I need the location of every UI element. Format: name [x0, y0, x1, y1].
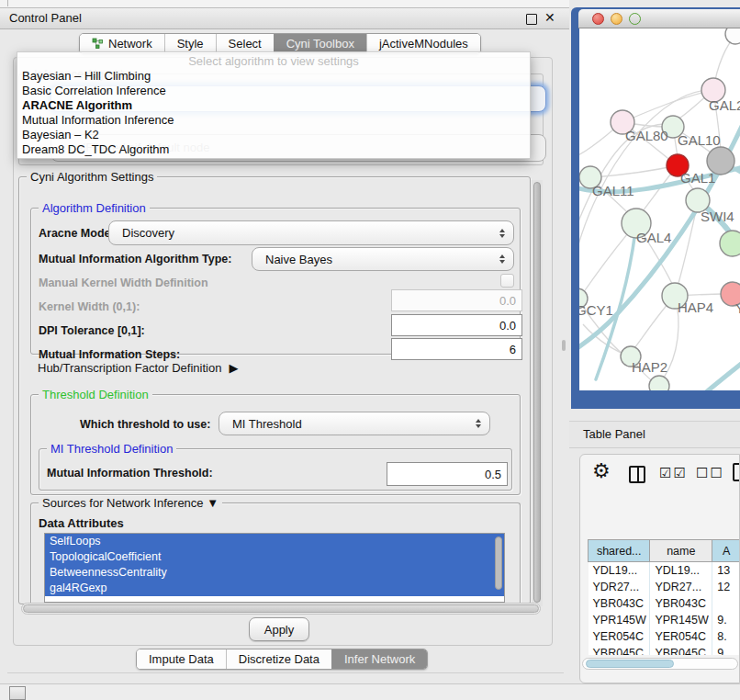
which-threshold-label: Which threshold to use: [80, 418, 210, 431]
cell[interactable]: YDL19... [589, 562, 650, 580]
sources-group: Sources for Network Inference ▼ Data Att… [30, 502, 521, 604]
cell[interactable]: YER054C [650, 628, 712, 645]
algorithm-placeholder: Select algorithm to view settings [17, 54, 530, 69]
column-layout-icon[interactable] [629, 466, 645, 483]
apply-button-label: Apply [264, 623, 295, 637]
cell[interactable]: 12 [712, 579, 740, 595]
cell[interactable]: YPR145W [589, 612, 650, 628]
algorithm-option[interactable]: Dream8 DC_TDC Algorithm [17, 142, 530, 157]
tab-jactivemnodules[interactable]: jActiveMNodules [366, 34, 480, 53]
cell[interactable]: 13 [712, 562, 740, 580]
tab-cyni-toolbox[interactable]: Cyni Toolbox [274, 34, 366, 53]
node-unlabeled[interactable] [725, 28, 740, 44]
mi-algorithm-type-combo[interactable]: Naive Bayes [252, 247, 514, 271]
attribute-item[interactable]: TopologicalCoefficient [45, 549, 504, 565]
node-label: GAL11 [592, 183, 634, 198]
deselect-all-checkboxes-icon[interactable]: ☐☐ [696, 465, 724, 481]
select-all-checkboxes-icon[interactable]: ☑☑ [659, 465, 688, 481]
node-unlabeled[interactable] [720, 231, 740, 256]
table-row: YDR27...YDR27...12 [589, 579, 740, 595]
apply-button[interactable]: Apply [249, 617, 309, 641]
kernel-width-input[interactable] [391, 289, 522, 311]
tab-discretize-data-label: Discretize Data [239, 652, 320, 666]
zoom-traffic-light[interactable] [629, 13, 641, 25]
node-unlabeled[interactable] [649, 376, 669, 390]
table-row: YBR045CYBR045C9. [589, 645, 740, 655]
column-header[interactable]: shared... [589, 540, 650, 562]
table-row: YPR145WYPR145W9. [589, 612, 740, 628]
threshold-definition-title: Threshold Definition [39, 388, 152, 401]
manual-kernel-width-checkbox[interactable] [500, 274, 514, 288]
minimize-traffic-light[interactable] [611, 13, 622, 25]
which-threshold-value: MI Threshold [232, 417, 302, 431]
table-scroll-area[interactable]: shared... name A YDL19...YDL19...13 YDR2… [584, 497, 740, 655]
float-window-icon[interactable] [526, 14, 537, 25]
algorithm-option[interactable]: Bayesian – K2 [17, 128, 530, 142]
network-window-titlebar[interactable] [578, 9, 740, 28]
algorithm-option[interactable]: Mutual Information Inference [17, 113, 530, 128]
table-row: YDL19...YDL19...13 [589, 562, 740, 580]
cell[interactable]: YBR045C [589, 645, 650, 655]
attributes-scrollbar-thumb[interactable] [495, 536, 502, 590]
mi-algorithm-type-value: Naive Bayes [265, 253, 332, 266]
tab-infer-network[interactable]: Infer Network [331, 649, 427, 669]
attribute-item[interactable]: BetweennessCentrality [45, 565, 504, 581]
hub-definition-toggle[interactable]: Hub/Transcription Factor Definition▶ [38, 361, 238, 375]
tab-style-label: Style [177, 37, 204, 51]
gear-icon[interactable]: ⚙ [592, 459, 611, 483]
cell[interactable]: YDL19... [650, 562, 712, 580]
cell[interactable]: 9. [712, 645, 740, 655]
cell[interactable] [712, 595, 740, 612]
sources-toggle[interactable]: Sources for Network Inference ▼ [39, 496, 222, 510]
network-graph: GAL2 GAL80 GAL10 GAL1 GAL11 SWI4 GAL4 GC… [579, 28, 740, 390]
cell[interactable]: 9. [712, 612, 740, 628]
attribute-item[interactable]: SelfLoops [45, 534, 504, 549]
table-panel-title: Table Panel [583, 422, 645, 447]
cell[interactable]: 8. [712, 628, 740, 645]
tab-select[interactable]: Select [216, 34, 274, 53]
settings-horizontal-scrollbar-thumb[interactable] [23, 604, 539, 613]
cell[interactable]: YBR043C [589, 595, 650, 612]
data-attributes-label: Data Attributes [39, 516, 124, 530]
cell[interactable]: YDR27... [650, 579, 712, 595]
tab-cyni-toolbox-label: Cyni Toolbox [286, 37, 354, 51]
cyni-algorithm-settings-title: Cyni Algorithm Settings [27, 170, 157, 184]
manual-kernel-width-label: Manual Kernel Width Definition [39, 277, 208, 289]
tab-discretize-data[interactable]: Discretize Data [226, 649, 331, 669]
algorithm-option[interactable]: Bayesian – Hill Climbing [17, 69, 530, 84]
table-horizontal-scrollbar[interactable] [582, 658, 738, 670]
cell[interactable]: YER054C [589, 628, 650, 645]
settings-vertical-scrollbar-thumb[interactable] [533, 182, 541, 603]
cell[interactable]: YBR045C [650, 645, 712, 655]
algorithm-option-selected[interactable]: ARACNE Algorithm [17, 98, 530, 113]
tab-style[interactable]: Style [164, 34, 216, 53]
tab-network[interactable]: Network [80, 34, 164, 53]
node-label: GAL10 [678, 132, 721, 148]
node-label: GAL1 [680, 170, 715, 186]
which-threshold-combo[interactable]: MI Threshold [219, 412, 490, 435]
cell[interactable]: YPR145W [650, 612, 712, 628]
attribute-item[interactable]: gal4RGexp [45, 581, 504, 596]
settings-vertical-scrollbar[interactable] [531, 180, 543, 606]
column-header[interactable]: name [650, 540, 712, 562]
panel-splitter-handle[interactable] [562, 340, 566, 351]
node-label: GAL80 [625, 128, 668, 143]
mi-steps-input[interactable] [391, 338, 522, 360]
tab-impute-data[interactable]: Impute Data [137, 649, 226, 669]
close-icon[interactable]: ✕ [544, 10, 555, 25]
network-icon [92, 38, 104, 50]
export-table-icon[interactable] [733, 463, 740, 481]
network-view-canvas[interactable]: GAL2 GAL80 GAL10 GAL1 GAL11 SWI4 GAL4 GC… [579, 28, 740, 390]
close-traffic-light[interactable] [592, 13, 604, 25]
cell[interactable]: YDR27... [589, 579, 650, 595]
table-horizontal-scrollbar-thumb[interactable] [586, 660, 674, 668]
cell[interactable]: YBR043C [650, 595, 712, 612]
settings-horizontal-scrollbar[interactable] [21, 603, 541, 615]
dpi-tolerance-input[interactable] [391, 314, 522, 336]
collapsed-panel-icon[interactable] [9, 686, 26, 700]
algorithm-option[interactable]: Basic Correlation Inference [17, 84, 530, 98]
column-header[interactable]: A [712, 540, 740, 562]
mi-threshold-input[interactable] [387, 462, 508, 486]
control-panel-titlebar: Control Panel ✕ [0, 7, 569, 29]
aracne-mode-combo[interactable]: Discovery [108, 220, 514, 245]
